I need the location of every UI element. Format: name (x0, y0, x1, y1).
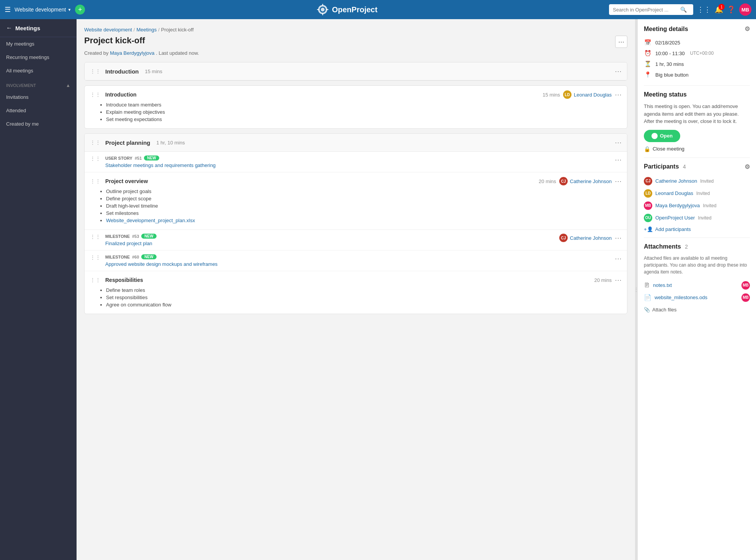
intro-assignee[interactable]: LD Leonard Douglas (563, 90, 612, 99)
leonard-avatar: LD (563, 90, 571, 99)
drag-handle-icon[interactable]: ⋮⋮ (90, 254, 101, 260)
participant-name-cj[interactable]: Catherine Johnson (655, 178, 697, 184)
breadcrumb-meetings[interactable]: Meetings (136, 27, 157, 33)
drag-handle-icon[interactable]: ⋮⋮ (90, 68, 101, 74)
milestones-file-link[interactable]: website_milestones.ods (655, 295, 707, 300)
drag-handle-icon[interactable]: ⋮⋮ (90, 156, 101, 162)
work-item-content-ms60: MILESTONE #60 New Approved website desig… (105, 254, 612, 267)
sidebar-item-invitations[interactable]: Invitations (0, 90, 77, 104)
page-header: Project kick-off ⋯ (84, 36, 627, 48)
work-item-title-us51[interactable]: Stakeholder meetings and requirements ga… (105, 162, 216, 168)
sidebar: ← Meetings My meetings Recurring meeting… (0, 19, 77, 560)
search-bar[interactable]: 🔍 (609, 4, 693, 15)
page-title: Project kick-off (84, 36, 145, 46)
ms60-more-button[interactable]: ⋯ (615, 254, 622, 263)
ld-participant-avatar: LD (644, 189, 652, 198)
planning-section-more-button[interactable]: ⋯ (615, 138, 622, 147)
project-name[interactable]: Website development ▼ (15, 7, 71, 13)
responsibilities-more-button[interactable]: ⋯ (615, 276, 622, 284)
divider-2 (644, 157, 750, 158)
participant-row-ou: OU OpenProject User Invited (644, 212, 750, 224)
logo: OpenProject (317, 3, 377, 16)
sidebar-item-created-by-me[interactable]: Created by me (0, 117, 77, 131)
work-item-title-ms60[interactable]: Approved website design mockups and wire… (105, 261, 217, 267)
work-item-row-milestone-53: ⋮⋮ MILESTONE #53 New Finalized project p… (85, 230, 627, 251)
project-plan-link[interactable]: Website_development_project_plan.xlsx (106, 218, 195, 223)
sidebar-item-all-meetings[interactable]: All meetings (0, 64, 77, 77)
drag-handle-icon[interactable]: ⋮⋮ (90, 234, 101, 240)
add-button[interactable]: + (75, 5, 85, 15)
add-participants-button[interactable]: +👤 Add participants (644, 226, 750, 232)
participant-row-cj: CJ Catherine Johnson Invited (644, 175, 750, 187)
close-meeting-link[interactable]: 🔒 Close meeting (644, 146, 750, 152)
user-avatar[interactable]: MB (739, 3, 751, 16)
attach-files-button[interactable]: 📎 Attach files (644, 307, 750, 313)
project-overview-more-button[interactable]: ⋯ (615, 177, 622, 185)
participants-section: Participants 4 ⚙ CJ Catherine Johnson In… (644, 163, 750, 232)
meeting-timezone: UTC+00:00 (690, 51, 714, 56)
sidebar-item-attended[interactable]: Attended (0, 104, 77, 117)
intro-bullet-1: Introduce team members (106, 102, 622, 108)
attach-icon: 📎 (644, 307, 650, 313)
resp-bullet-2: Set responsibilities (106, 295, 622, 300)
drag-handle-icon[interactable]: ⋮⋮ (90, 178, 101, 184)
calendar-icon: 📅 (644, 39, 651, 46)
us51-more-button[interactable]: ⋯ (615, 156, 622, 164)
hamburger-icon[interactable]: ☰ (5, 5, 11, 14)
meeting-duration: 1 hr, 30 mins (655, 61, 684, 67)
planning-section-title: Project planning (105, 139, 150, 146)
sidebar-item-my-meetings[interactable]: My meetings (0, 37, 77, 51)
ods-file-icon: 📄 (644, 294, 651, 301)
responsibilities-header: ⋮⋮ Resposibilities 20 mins ⋯ (85, 271, 627, 287)
participant-name-ou[interactable]: OpenProject User (655, 215, 695, 221)
ms53-assignee[interactable]: CJ Catherine Johnson (559, 234, 612, 242)
intro-assignee-name: Leonard Douglas (574, 92, 612, 98)
drag-handle-icon[interactable]: ⋮⋮ (90, 139, 101, 146)
ms53-more-button[interactable]: ⋯ (615, 234, 622, 242)
page-more-button[interactable]: ⋯ (615, 36, 627, 48)
search-input[interactable] (613, 7, 678, 13)
add-participant-icon: +👤 (644, 226, 653, 232)
work-item-type-ms60: MILESTONE (105, 255, 130, 259)
overview-link[interactable]: Website_development_project_plan.xlsx (106, 218, 622, 223)
ou-participant-avatar: OU (644, 214, 652, 222)
project-overview-assignee[interactable]: CJ Catherine Johnson (559, 177, 612, 185)
attachments-label: Attachments 2 (644, 243, 688, 250)
top-nav-center: OpenProject (89, 3, 605, 16)
cj-avatar-ms53: CJ (559, 234, 568, 242)
intro-item-more-button[interactable]: ⋯ (615, 90, 622, 99)
project-overview-title: Project overview (105, 178, 148, 184)
work-item-type-us51: USER STORY (105, 156, 132, 160)
intro-section-duration: 15 mins (145, 69, 162, 74)
notes-file-link[interactable]: notes.txt (653, 282, 672, 288)
drag-handle-icon[interactable]: ⋮⋮ (90, 277, 101, 283)
txt-file-icon: 🖹 (644, 282, 650, 289)
planning-section-header: ⋮⋮ Project planning 1 hr, 10 mins ⋯ (85, 134, 627, 152)
notifications-button[interactable]: 🔔 1 (715, 5, 723, 14)
author-link[interactable]: Maya Berdygylyjova (110, 50, 154, 56)
sidebar-back-button[interactable]: ← Meetings (0, 19, 77, 37)
open-meeting-button[interactable]: Open (644, 130, 680, 142)
notes-uploader-avatar: MB (741, 281, 750, 290)
participant-name-mb[interactable]: Maya Berdygylyjova (655, 203, 700, 208)
participants-gear-icon[interactable]: ⚙ (745, 163, 750, 170)
logo-icon (317, 3, 329, 16)
top-nav-left: ☰ Website development ▼ + (5, 5, 85, 15)
intro-item-body: Introduce team members Explain meeting o… (85, 102, 627, 128)
breadcrumb-project[interactable]: Website development (84, 27, 132, 33)
project-overview-duration: 20 mins (539, 178, 556, 184)
ms53-assignee-name: Catherine Johnson (570, 235, 612, 241)
grid-icon-button[interactable]: ⋮⋮ (697, 5, 711, 14)
drag-handle-icon[interactable]: ⋮⋮ (90, 92, 101, 98)
work-item-title-ms53[interactable]: Finalized project plan (105, 241, 152, 246)
intro-section-more-button[interactable]: ⋯ (615, 67, 622, 75)
work-item-label-ms60: MILESTONE #60 New (105, 254, 612, 259)
meeting-details-gear-icon[interactable]: ⚙ (745, 25, 750, 33)
sidebar-item-recurring-meetings[interactable]: Recurring meetings (0, 51, 77, 64)
help-button[interactable]: ❓ (727, 5, 735, 14)
involvement-collapse-button[interactable]: ▲ (66, 83, 70, 88)
intro-section-title: Introduction (105, 68, 139, 75)
work-item-row-milestone-60: ⋮⋮ MILESTONE #60 New Approved website de… (85, 251, 627, 271)
participant-name-ld[interactable]: Leonard Douglas (655, 190, 693, 196)
project-overview-body: Outline project goals Define project sco… (85, 188, 627, 229)
